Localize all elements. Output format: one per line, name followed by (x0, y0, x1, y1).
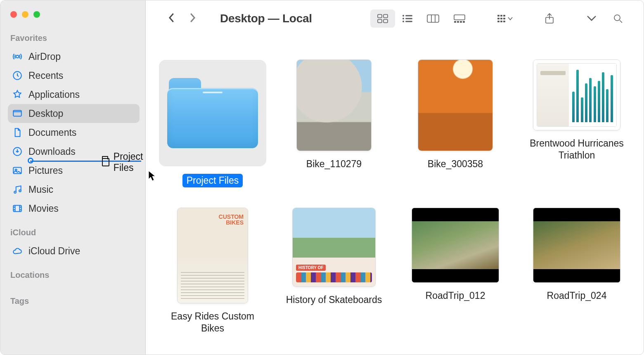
sidebar: Favorites AirDrop Recents Applications D… (0, 0, 146, 355)
close-window-button[interactable] (10, 11, 17, 18)
image-thumbnail (418, 60, 492, 151)
minimize-window-button[interactable] (22, 11, 28, 18)
sidebar-section-icloud: iCloud (8, 226, 140, 241)
search-button[interactable] (606, 9, 630, 28)
file-grid: Project Files Bike_110279 Bike_300358 (158, 60, 631, 334)
picture-icon (12, 165, 23, 176)
svg-point-35 (614, 15, 620, 21)
sidebar-item-label: iCloud Drive (28, 246, 135, 257)
video-thumbnail (533, 208, 620, 282)
file-item-image[interactable]: Bike_300358 (401, 60, 510, 187)
document-icon (12, 127, 23, 138)
svg-rect-11 (378, 19, 382, 23)
svg-rect-16 (405, 18, 412, 19)
airdrop-icon (12, 51, 23, 62)
window-controls (8, 9, 140, 32)
svg-rect-22 (457, 21, 459, 23)
maximize-window-button[interactable] (33, 11, 40, 18)
svg-rect-12 (384, 19, 388, 23)
sidebar-item-label: Music (28, 184, 135, 195)
gallery-view-button[interactable] (446, 9, 473, 28)
video-thumbnail (412, 208, 499, 282)
image-thumbnail (297, 60, 371, 151)
svg-rect-8 (13, 205, 21, 211)
toolbar: Desktop — Local (146, 0, 644, 37)
svg-rect-10 (384, 14, 388, 18)
file-item-folder[interactable]: Project Files (158, 60, 267, 187)
svg-rect-24 (463, 21, 465, 23)
sidebar-item-label: Recents (28, 70, 135, 81)
sidebar-item-applications[interactable]: Applications (8, 85, 140, 104)
document-thumbnail (293, 208, 375, 286)
forward-button[interactable] (188, 12, 197, 26)
svg-rect-23 (460, 21, 462, 23)
sidebar-item-desktop[interactable]: Desktop (8, 104, 140, 123)
window-title: Desktop — Local (220, 12, 312, 25)
svg-rect-14 (405, 15, 412, 17)
sidebar-section-favorites: Favorites (8, 32, 140, 47)
sidebar-item-airdrop[interactable]: AirDrop (8, 47, 140, 66)
sidebar-item-label: Movies (28, 203, 135, 214)
file-item-image[interactable]: Bike_110279 (279, 60, 388, 187)
svg-point-13 (402, 15, 404, 17)
back-button[interactable] (167, 12, 176, 26)
file-name: Easy Rides Custom Bikes (163, 310, 262, 334)
content-area[interactable]: Project Files Bike_110279 Bike_300358 (146, 37, 644, 355)
svg-rect-33 (503, 21, 505, 22)
svg-point-0 (16, 55, 19, 58)
svg-rect-21 (454, 21, 456, 23)
svg-rect-25 (497, 15, 500, 17)
sidebar-item-icloud-drive[interactable]: iCloud Drive (8, 241, 140, 260)
navigation-buttons (167, 12, 197, 26)
file-name: RoadTrip_024 (547, 290, 607, 302)
file-name: Bike_110279 (306, 158, 362, 170)
cursor-icon (148, 170, 157, 182)
file-item-document[interactable]: History of Skateboards (279, 208, 388, 334)
svg-rect-9 (378, 14, 382, 18)
file-item-document[interactable]: Easy Rides Custom Bikes (158, 208, 267, 334)
svg-point-17 (402, 21, 404, 22)
file-name: History of Skateboards (286, 294, 382, 306)
svg-point-6 (14, 191, 16, 193)
sidebar-item-recents[interactable]: Recents (8, 66, 140, 85)
sidebar-item-music[interactable]: Music (8, 180, 140, 199)
drag-ghost: Project Files (102, 151, 147, 173)
svg-rect-18 (405, 21, 412, 22)
svg-point-15 (402, 18, 404, 19)
group-by-button[interactable] (490, 9, 520, 28)
svg-point-7 (19, 190, 21, 192)
svg-rect-28 (497, 18, 500, 19)
document-thumbnail (178, 208, 248, 303)
main-area: Desktop — Local (146, 0, 644, 355)
svg-rect-2 (13, 110, 21, 116)
svg-rect-30 (503, 18, 505, 19)
toolbar-overflow-button[interactable] (579, 9, 604, 28)
document-thumbnail (533, 60, 620, 130)
folder-icon (102, 158, 109, 166)
sidebar-item-label: Documents (28, 127, 135, 138)
icon-view-button[interactable] (370, 9, 395, 28)
file-name: RoadTrip_012 (426, 290, 485, 302)
sidebar-section-locations: Locations (8, 269, 140, 284)
sidebar-item-movies[interactable]: Movies (8, 199, 140, 218)
svg-rect-29 (500, 18, 502, 19)
file-item-video[interactable]: RoadTrip_012 (401, 208, 510, 334)
applications-icon (12, 89, 23, 100)
drag-ghost-label: Project Files (114, 151, 147, 173)
share-button[interactable] (537, 9, 562, 28)
svg-rect-20 (454, 15, 465, 20)
sidebar-item-documents[interactable]: Documents (8, 123, 140, 142)
svg-rect-19 (427, 15, 439, 22)
view-mode-group (370, 9, 473, 28)
column-view-button[interactable] (420, 9, 446, 28)
folder-thumbnail (159, 60, 266, 166)
clock-icon (12, 70, 23, 81)
download-icon (12, 146, 23, 157)
file-item-video[interactable]: RoadTrip_024 (522, 208, 631, 334)
svg-rect-27 (503, 15, 505, 17)
file-item-document[interactable]: Brentwood Hurricanes Triathlon (522, 60, 631, 187)
list-view-button[interactable] (395, 9, 420, 28)
cloud-icon (12, 246, 23, 256)
file-name[interactable]: Project Files (182, 174, 243, 187)
file-name: Brentwood Hurricanes Triathlon (527, 137, 626, 161)
